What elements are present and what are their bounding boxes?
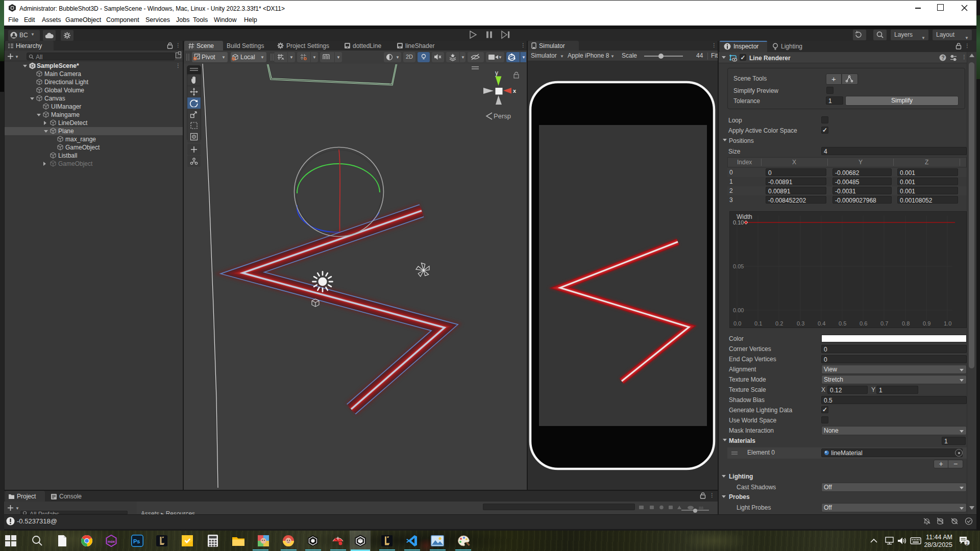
svg-text:Persp: Persp	[494, 112, 511, 120]
svg-text:0.05: 0.05	[733, 263, 744, 269]
svg-text:0.4: 0.4	[818, 320, 825, 327]
svg-text:0.0: 0.0	[733, 320, 741, 327]
svg-text:Ps: Ps	[133, 538, 140, 544]
svg-text:0.10: 0.10	[733, 219, 744, 226]
svg-text:2: 2	[966, 541, 968, 546]
svg-text:0.00: 0.00	[733, 307, 744, 313]
svg-text:x: x	[513, 88, 517, 94]
svg-text:0.8: 0.8	[902, 320, 910, 327]
svg-text:1.0: 1.0	[944, 320, 951, 327]
svg-text:0.7: 0.7	[880, 320, 888, 327]
svg-text:0.1: 0.1	[754, 320, 762, 327]
svg-text:y: y	[495, 69, 498, 77]
svg-text:0.6: 0.6	[860, 320, 867, 327]
svg-text:0.9: 0.9	[923, 320, 930, 327]
svg-text:nox: nox	[108, 539, 115, 544]
svg-text:0.2: 0.2	[775, 320, 783, 327]
svg-text:0.5: 0.5	[839, 320, 846, 327]
svg-text:0.3: 0.3	[797, 320, 804, 327]
svg-text:?: ?	[942, 55, 945, 61]
